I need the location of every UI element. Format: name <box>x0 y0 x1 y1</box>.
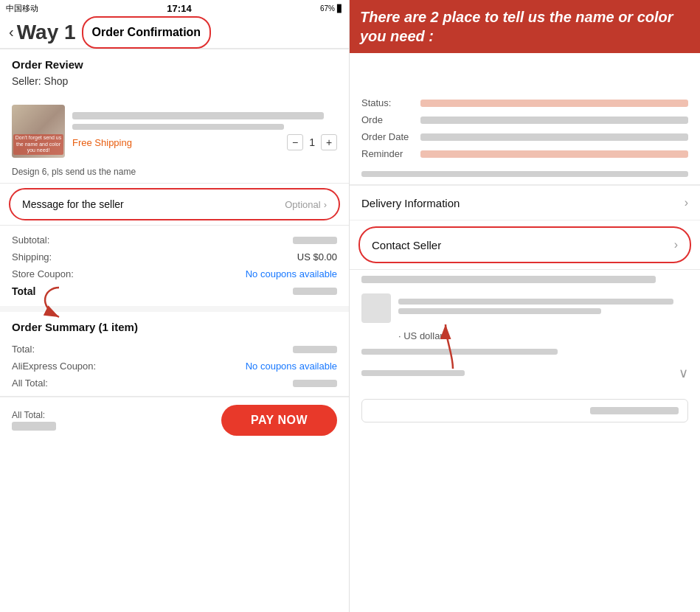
store-coupon-value: No coupons available <box>246 268 337 279</box>
order-summary-section: Order Summary (1 item) Total: AliExpress… <box>0 312 349 396</box>
quantity-control: − 1 + <box>287 134 337 150</box>
overlay-spacer <box>350 49 700 87</box>
payment-select-blurred <box>361 370 465 376</box>
extra-field-row <box>361 168 688 180</box>
ali-coupon-label: AliExpress Coupon: <box>12 361 96 372</box>
order-confirmation-title: Order Confirmation <box>92 26 201 39</box>
ali-coupon-value: No coupons available <box>246 361 337 372</box>
order-field-label: Orde <box>361 114 420 125</box>
delivery-label: Delivery Information <box>361 197 460 209</box>
qty-increase-button[interactable]: + <box>321 134 337 150</box>
input-box[interactable] <box>361 399 688 423</box>
message-arrow-icon: › <box>324 199 327 210</box>
product-image-inner: Don't forget send us the name and color … <box>12 105 65 158</box>
total-value <box>293 288 337 295</box>
shipping-row: Shipping: US $0.00 <box>12 248 337 265</box>
contact-seller-arrow-icon: › <box>674 238 678 251</box>
reminder-field-row: Reminder <box>361 145 688 162</box>
store-coupon-label: Store Coupon: <box>12 268 74 279</box>
qty-decrease-button[interactable]: − <box>287 134 303 150</box>
back-arrow-icon[interactable]: ‹ <box>9 24 14 41</box>
ali-coupon-row: AliExpress Coupon: No coupons available <box>12 358 337 375</box>
product-subtitle-blurred <box>72 124 284 130</box>
payment-text-2 <box>398 308 601 314</box>
delivery-row[interactable]: Delivery Information › <box>350 185 700 220</box>
us-dollar-label: · US dollar <box>361 327 688 344</box>
main-container: 中国移动 17:14 67% ▊ ‹ Way 1 Order Confirmat… <box>0 0 700 612</box>
subtotal-value <box>293 237 337 244</box>
overlay-banner: There are 2 place to tell us the name or… <box>350 0 700 53</box>
order-date-value-blurred <box>420 133 688 141</box>
store-coupon-row: Store Coupon: No coupons available <box>12 265 337 282</box>
payment-chevron-down-icon[interactable]: ∨ <box>679 365 688 381</box>
message-seller-right: Optional › <box>285 199 327 210</box>
pay-now-button[interactable]: PAY NOW <box>221 405 337 436</box>
status-field-label: Status: <box>361 97 420 108</box>
payment-blurred-row-2 <box>361 349 558 355</box>
left-time: 17:14 <box>167 3 191 14</box>
extra-value-blurred <box>361 171 688 177</box>
subtotal-label: Subtotal: <box>12 234 49 246</box>
order-review-title: Order Review <box>12 58 337 71</box>
shipping-value: US $0.00 <box>297 251 337 262</box>
message-seller-wrapper: Message for the seller Optional › <box>0 184 349 225</box>
left-carrier: 中国移动 <box>6 3 38 14</box>
total-row: Total <box>12 282 337 300</box>
free-shipping-row: Free Shipping − 1 + <box>72 134 337 150</box>
summary-total-label: Total: <box>12 344 35 355</box>
subtotal-row: Subtotal: <box>12 232 337 248</box>
shipping-label: Shipping: <box>12 251 52 262</box>
message-seller-row[interactable]: Message for the seller Optional › <box>9 188 340 220</box>
cost-section: Subtotal: Shipping: US $0.00 Store Coupo… <box>0 226 349 306</box>
all-total-row: All Total: <box>12 375 337 392</box>
right-panel: 中国移动 17:19 65% ▊ < Way 2 Order Details T… <box>350 0 700 612</box>
pay-now-amount-blurred <box>12 422 56 431</box>
order-summary-title: Order Summary (1 item) <box>12 321 337 333</box>
left-nav-bar: ‹ Way 1 Order Confirmation <box>0 16 349 49</box>
seller-row: Seller: Shop <box>12 75 337 87</box>
contact-seller-label: Contact Seller <box>372 239 441 251</box>
status-field-row: Status: <box>361 94 688 111</box>
pay-now-total-label: All Total: <box>12 410 56 420</box>
way-label: Way 1 <box>17 21 76 44</box>
pay-now-bar: All Total: PAY NOW <box>0 397 349 445</box>
payment-item-row <box>361 289 688 327</box>
payment-select-row: ∨ <box>361 359 688 387</box>
message-seller-label: Message for the seller <box>22 198 124 210</box>
payment-info <box>398 299 688 318</box>
reminder-value-blurred <box>420 150 688 158</box>
order-date-label: Order Date <box>361 131 420 142</box>
summary-total-value <box>293 346 337 353</box>
field-spacer <box>361 162 688 168</box>
order-field-row: Orde <box>361 111 688 128</box>
free-shipping-label: Free Shipping <box>72 137 132 148</box>
left-panel: 中国移动 17:14 67% ▊ ‹ Way 1 Order Confirmat… <box>0 0 350 612</box>
divider-thick-1 <box>0 306 349 312</box>
design-note: Design 6, pls send us the name <box>0 164 349 183</box>
contact-seller-row[interactable]: Contact Seller › <box>358 226 691 263</box>
optional-label: Optional <box>285 199 320 210</box>
reminder-label: Reminder <box>361 148 420 159</box>
quantity-value: 1 <box>309 136 315 148</box>
product-row: Don't forget send us the name and color … <box>0 99 349 164</box>
status-value-blurred <box>420 100 688 107</box>
delivery-arrow-icon: › <box>685 196 688 209</box>
right-status-section: Status: Orde Order Date Reminder <box>350 87 700 184</box>
summary-total-row: Total: <box>12 341 337 358</box>
product-info: Free Shipping − 1 + <box>72 112 337 150</box>
total-label: Total <box>12 285 35 297</box>
order-value-blurred <box>420 117 688 124</box>
product-image: Don't forget send us the name and color … <box>12 105 65 158</box>
input-box-value <box>590 407 679 414</box>
all-total-label: All Total: <box>12 378 48 389</box>
payment-section: · US dollar ∨ <box>350 270 700 393</box>
payment-text-1 <box>398 299 673 305</box>
order-review-section: Order Review Seller: Shop <box>0 49 349 99</box>
product-title-blurred <box>72 112 324 119</box>
all-total-value <box>293 380 337 387</box>
pay-now-total: All Total: <box>12 410 56 431</box>
left-battery: 67% ▊ <box>320 4 343 13</box>
order-date-field-row: Order Date <box>361 128 688 145</box>
left-status-bar: 中国移动 17:14 67% ▊ <box>0 0 349 16</box>
payment-thumbnail <box>361 293 391 323</box>
